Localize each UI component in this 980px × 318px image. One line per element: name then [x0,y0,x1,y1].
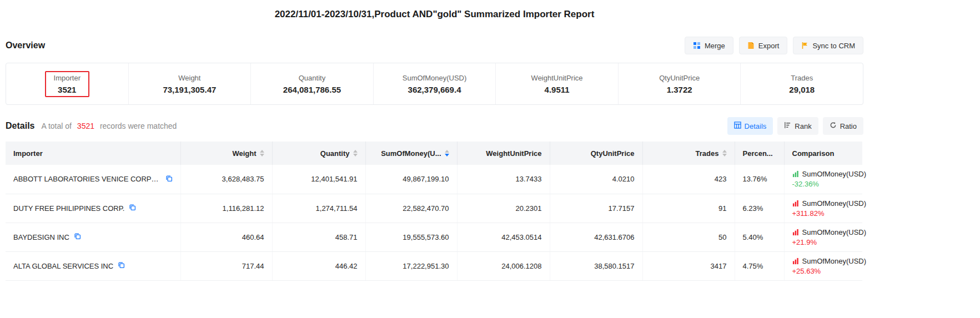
column-header-qty-unit-price: QtyUnitPrice [550,142,642,165]
column-header-importer: Importer [6,142,180,165]
comparison-metric-label: SumOfMoney(USD) [802,228,867,236]
page-content: 2022/11/01-2023/10/31,Product AND"gold" … [6,0,863,281]
overview-heading: Overview [6,41,45,51]
importer-name[interactable]: BAYDESIGN INC [13,233,69,241]
stat-qty-unit-price: QtyUnitPrice 1.3722 [619,63,741,104]
cell-qty-unit-price: 17.7157 [550,194,642,223]
column-header-sum-of-money[interactable]: SumOfMoney(U... [365,142,457,165]
stat-label: Weight [178,74,200,82]
summary-suffix: records were matched [100,122,177,130]
cell-trades: 50 [642,223,735,251]
importer-name[interactable]: DUTY FREE PHILIPPINES CORP. [13,204,124,213]
summary-prefix: A total of [41,122,71,130]
stat-label: SumOfMoney(USD) [403,74,467,82]
cell-weight-unit-price: 13.7433 [457,165,550,194]
cell-comparison: SumOfMoney(USD) +21.9% [784,223,862,251]
stat-label: QtyUnitPrice [659,74,700,82]
cell-qty-unit-price: 42,631.6706 [550,223,642,251]
stat-importer: Importer 3521 [6,63,129,104]
cell-percent: 13.76% [735,165,784,194]
cell-quantity: 458.71 [272,223,365,251]
importer-name[interactable]: ALTA GLOBAL SERVICES INC [13,262,113,270]
cell-quantity: 1,274,711.54 [272,194,365,223]
comparison-change-value: +25.63% [792,267,855,275]
cell-percent: 6.23% [735,194,784,223]
overview-stats-bar: Importer 3521 Weight 73,191,305.47 Quant… [6,63,863,105]
stat-value: 4.9511 [545,85,570,94]
stat-quantity: Quantity 264,081,786.55 [251,63,374,104]
cell-quantity: 12,401,541.91 [272,165,365,194]
column-header-comparison: Comparison [784,142,862,165]
ratio-icon [830,122,837,130]
comparison-metric-label: SumOfMoney(USD) [802,170,867,178]
importer-name[interactable]: ABBOTT LABORATORIES VENICE CORPORAT... [13,175,161,183]
stat-weight: Weight 73,191,305.47 [129,63,252,104]
stat-trades: Trades 29,018 [741,63,863,104]
comparison-metric-label: SumOfMoney(USD) [802,199,867,208]
cell-weight-unit-price: 20.2301 [457,194,550,223]
comparison-change-value: +311.82% [792,209,855,218]
stat-value: 29,018 [789,85,815,94]
table-grid-icon [734,122,741,130]
export-button-label: Export [758,42,780,50]
sort-carets-icon[interactable] [445,150,449,157]
report-title: 2022/11/01-2023/10/31,Product AND"gold" … [6,0,863,20]
stat-label: Quantity [299,74,325,82]
cell-comparison: SumOfMoney(USD) +311.82% [784,194,862,223]
cell-sum-of-money: 49,867,199.10 [365,165,457,194]
cell-qty-unit-price: 4.0210 [550,165,642,194]
stat-sum-of-money: SumOfMoney(USD) 362,379,669.4 [374,63,496,104]
tab-details[interactable]: Details [727,117,773,135]
column-header-percent: Percen... [735,142,784,165]
sort-carets-icon[interactable] [722,150,727,157]
merge-button-label: Merge [705,42,725,50]
merge-button[interactable]: Merge [685,37,733,54]
tab-ratio[interactable]: Ratio [823,117,863,135]
sync-crm-icon [801,42,808,49]
trend-up-chart-icon [792,229,800,236]
stat-label: WeightUnitPrice [531,74,583,82]
stat-value: 1.3722 [667,85,692,94]
trend-up-chart-icon [792,200,800,207]
sort-carets-icon[interactable] [260,150,264,157]
cell-trades: 91 [642,194,735,223]
table-header-row: Importer Weight Quantity SumOfMoney(U...… [6,142,862,165]
tab-details-label: Details [745,122,767,130]
tab-rank-label: Rank [795,122,811,130]
sync-to-crm-button[interactable]: Sync to CRM [793,37,863,54]
sort-carets-icon[interactable] [353,150,358,157]
details-heading: Details [6,121,34,131]
comparison-metric-label: SumOfMoney(USD) [802,257,867,265]
copy-icon[interactable] [74,233,81,241]
stat-value: 362,379,669.4 [408,85,461,94]
cell-weight: 3,628,483.75 [180,165,272,194]
cell-qty-unit-price: 38,580.1517 [550,251,642,280]
copy-icon[interactable] [118,261,125,270]
cell-sum-of-money: 17,222,951.30 [365,251,457,280]
stat-value: 73,191,305.47 [163,85,216,94]
cell-trades: 3417 [642,251,735,280]
cell-weight-unit-price: 42,453.0514 [457,223,550,251]
stat-value: 3521 [58,85,76,94]
stat-importer-highlight-box: Importer 3521 [45,71,89,97]
cell-weight: 1,116,281.12 [180,194,272,223]
stat-value: 264,081,786.55 [283,85,341,94]
table-row: DUTY FREE PHILIPPINES CORP. 1,116,281.12… [6,194,862,223]
rank-icon [784,122,791,130]
sync-to-crm-button-label: Sync to CRM [812,42,855,50]
column-header-trades[interactable]: Trades [642,142,735,165]
cell-comparison: SumOfMoney(USD) +25.63% [784,251,862,280]
tab-rank[interactable]: Rank [777,117,818,135]
cell-trades: 423 [642,165,735,194]
export-button[interactable]: Export [739,37,788,54]
copy-icon[interactable] [129,204,136,213]
column-header-quantity[interactable]: Quantity [272,142,365,165]
overview-header: Overview Merge Export Sync to CRM [6,37,863,54]
table-row: BAYDESIGN INC 460.64 458.71 19,555,573.6… [6,223,862,251]
cell-quantity: 446.42 [272,251,365,280]
copy-icon[interactable] [165,175,173,184]
column-header-weight[interactable]: Weight [180,142,272,165]
summary-count: 3521 [77,122,94,130]
cell-weight: 717.44 [180,251,272,280]
view-switcher: Details Rank Ratio [727,117,863,135]
